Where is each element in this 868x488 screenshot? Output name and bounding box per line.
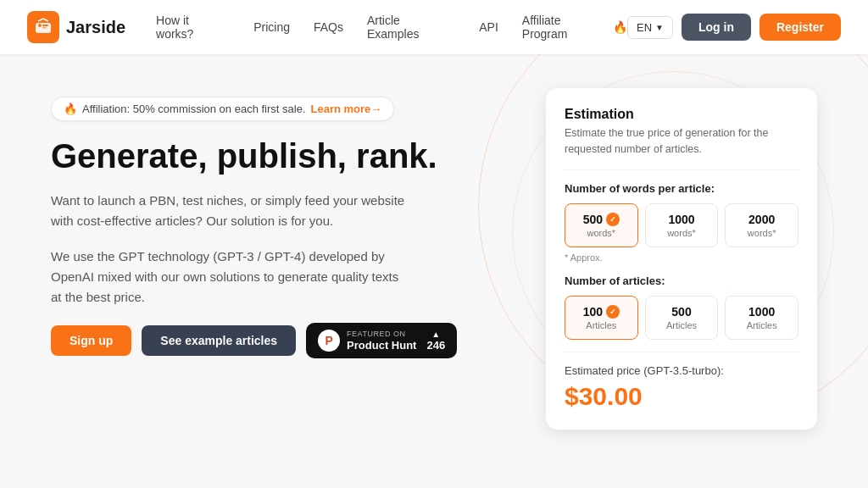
articles-label: Number of articles:	[565, 274, 798, 287]
check-icon-articles: ✓	[606, 305, 620, 319]
examples-button[interactable]: See example articles	[142, 325, 296, 356]
estimation-title: Estimation	[565, 107, 798, 122]
card-divider	[565, 352, 798, 352]
language-selector[interactable]: EN ▼	[627, 16, 673, 39]
articles-100-value: 100 ✓	[570, 305, 632, 319]
upvote-arrow-icon: ▲	[431, 330, 440, 339]
producthunt-name: Product Hunt	[347, 339, 416, 352]
hero-title: Generate, publish, rank.	[51, 136, 512, 175]
main-content: 🔥 Affiliation: 50% commission on each fi…	[0, 54, 868, 488]
svg-rect-2	[42, 25, 48, 26]
estimated-price-value: $30.00	[565, 382, 798, 411]
affiliation-text: Affiliation: 50% commission on each firs…	[82, 103, 306, 115]
articles-1000-unit: Articles	[731, 320, 793, 330]
register-button[interactable]: Register	[760, 14, 841, 41]
estimation-card: Estimation Estimate the true price of ge…	[546, 88, 817, 430]
articles-option-500[interactable]: 500 Articles	[645, 296, 719, 340]
signup-button[interactable]: Sign up	[51, 325, 131, 356]
nav-affiliate[interactable]: Affiliate Program 🔥	[522, 14, 627, 41]
cta-row: Sign up See example articles P FEATURED …	[51, 323, 512, 358]
articles-option-100[interactable]: 100 ✓ Articles	[565, 296, 638, 340]
fire-icon-badge: 🔥	[64, 103, 77, 115]
words-2000-unit: words*	[731, 228, 793, 238]
words-option-1000[interactable]: 1000 words*	[645, 203, 719, 247]
producthunt-count: 246	[426, 339, 445, 352]
producthunt-text: FEATURED ON Product Hunt	[347, 330, 416, 352]
words-1000-unit: words*	[651, 228, 713, 238]
nav-article-examples[interactable]: Article Examples	[367, 14, 455, 41]
login-button[interactable]: Log in	[682, 14, 751, 41]
words-option-500[interactable]: 500 ✓ words*	[565, 203, 638, 247]
producthunt-count-block: ▲ 246	[426, 330, 445, 352]
fire-icon: 🔥	[613, 20, 627, 34]
articles-500-unit: Articles	[651, 320, 713, 330]
nav-right: EN ▼ Log in Register	[627, 14, 841, 41]
words-500-value: 500 ✓	[570, 213, 632, 226]
producthunt-logo: P	[318, 330, 340, 352]
logo-text: Jarside	[66, 18, 125, 37]
estimated-price-label: Estimated price (GPT-3.5-turbo):	[565, 364, 798, 377]
affiliation-badge: 🔥 Affiliation: 50% commission on each fi…	[51, 97, 394, 121]
articles-option-1000[interactable]: 1000 Articles	[725, 296, 798, 340]
logo[interactable]: Jarside	[27, 11, 125, 43]
words-options: 500 ✓ words* 1000 words* 2000 words*	[565, 203, 798, 247]
articles-1000-value: 1000	[731, 305, 793, 319]
estimation-panel: Estimation Estimate the true price of ge…	[546, 88, 817, 454]
logo-icon	[27, 11, 59, 43]
navbar: Jarside How it works? Pricing FAQs Artic…	[0, 0, 868, 54]
producthunt-featured-label: FEATURED ON	[347, 330, 416, 339]
nav-pricing[interactable]: Pricing	[253, 20, 290, 34]
articles-100-unit: Articles	[570, 320, 632, 330]
svg-point-1	[38, 24, 42, 27]
estimation-description: Estimate the true price of generation fo…	[565, 125, 798, 170]
producthunt-badge[interactable]: P FEATURED ON Product Hunt ▲ 246	[306, 323, 457, 358]
words-option-2000[interactable]: 2000 words*	[725, 203, 798, 247]
articles-500-value: 500	[651, 305, 713, 319]
hero-desc-2: We use the GPT technology (GPT-3 / GPT-4…	[51, 247, 407, 308]
words-500-unit: words*	[570, 228, 632, 238]
words-1000-value: 1000	[651, 213, 713, 226]
words-2000-value: 2000	[731, 213, 793, 226]
nav-faqs[interactable]: FAQs	[314, 20, 343, 34]
svg-rect-3	[42, 27, 47, 29]
nav-api[interactable]: API	[479, 20, 498, 34]
approx-text: * Approx.	[565, 252, 798, 263]
hero-section: 🔥 Affiliation: 50% commission on each fi…	[51, 88, 512, 454]
articles-options: 100 ✓ Articles 500 Articles 1000 Article…	[565, 296, 798, 340]
words-label: Number of words per article:	[565, 182, 798, 195]
hero-desc-1: Want to launch a PBN, test niches, or si…	[51, 191, 407, 231]
nav-how-it-works[interactable]: How it works?	[156, 14, 230, 41]
lang-label: EN	[637, 21, 652, 34]
chevron-down-icon: ▼	[655, 23, 664, 32]
check-icon-words: ✓	[606, 213, 620, 226]
nav-links: How it works? Pricing FAQs Article Examp…	[156, 14, 627, 41]
learn-more-link[interactable]: Learn more→	[311, 103, 382, 115]
